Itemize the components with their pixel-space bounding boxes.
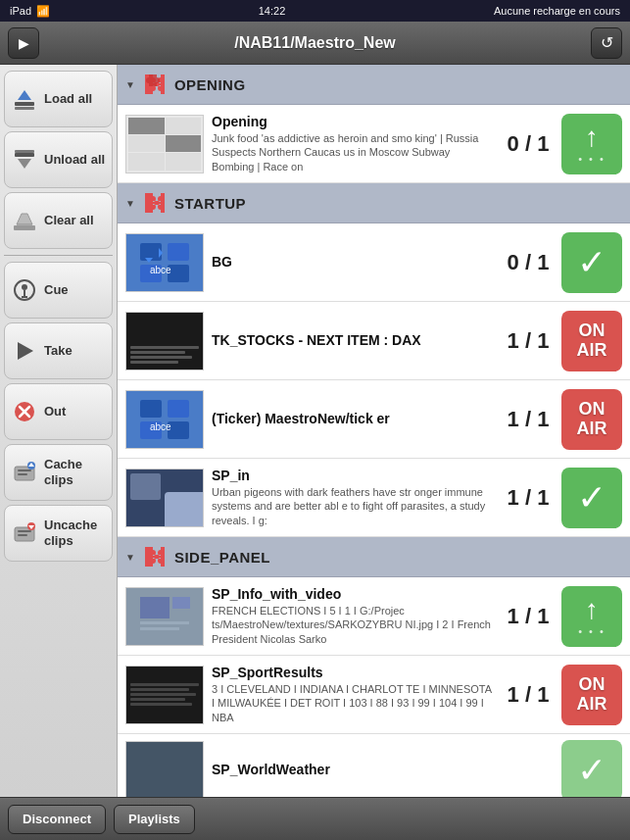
clip-info-sp-sport: SP_SportResults 3 I CLEVELAND I INDIANA … — [212, 665, 495, 724]
cache-clips-icon — [11, 459, 38, 486]
clip-status-tk-stocks[interactable]: ONAIR — [561, 311, 622, 371]
check-icon-bg: ✓ — [577, 242, 606, 283]
clear-all-icon — [11, 207, 38, 234]
clip-status-sp-in[interactable]: ✓ — [561, 468, 622, 528]
play-icon: ▶ — [19, 35, 29, 51]
upload-arrow-sp-info: ↑ — [585, 596, 599, 623]
dark-lines-thumb — [130, 346, 199, 366]
sidebar-divider-1 — [4, 255, 113, 256]
clip-status-opening[interactable]: ↑ • • • — [561, 114, 622, 174]
clip-status-sp-info[interactable]: ↑ • • • — [561, 586, 622, 647]
section-side-panel-arrow: ▼ — [125, 552, 135, 563]
svg-marker-5 — [18, 159, 31, 169]
section-side-panel[interactable]: ▼ SIDE_PANEL — [118, 537, 630, 577]
clip-desc-sp-sport: 3 I CLEVELAND I INDIANA I CHARLOT TE I M… — [212, 682, 495, 724]
clip-name-opening: Opening — [212, 114, 495, 129]
clip-thumb-opening — [125, 115, 204, 173]
take-label: Take — [44, 343, 73, 359]
clip-status-sp-weather[interactable]: ✓ — [561, 740, 622, 797]
uncache-clips-label: Uncache clips — [44, 518, 106, 548]
svg-text:abce: abce — [150, 421, 171, 432]
svg-marker-2 — [18, 90, 31, 100]
section-startup-title: STARTUP — [174, 195, 246, 212]
cache-clips-button[interactable]: Cache clips — [4, 444, 113, 501]
on-air-label-ticker: ONAIR — [577, 400, 607, 439]
svg-rect-34 — [140, 400, 162, 418]
svg-rect-18 — [18, 469, 31, 471]
clip-desc-sp-info: FRENCH ELECTIONS I 5 I 1 I G:/Projec ts/… — [212, 604, 495, 646]
clip-count-sp-sport: 1 / 1 — [503, 682, 554, 708]
uncache-clips-button[interactable]: Uncache clips — [4, 505, 113, 562]
svg-marker-7 — [17, 214, 32, 224]
section-opening-title: OPENING — [174, 76, 246, 93]
clip-info-opening: Opening Junk food 'as addictive as heroi… — [212, 114, 495, 173]
play-button[interactable]: ▶ — [8, 27, 39, 59]
clip-count-ticker: 1 / 1 — [503, 407, 554, 432]
svg-rect-23 — [18, 530, 31, 532]
refresh-icon: ↺ — [601, 33, 613, 52]
clip-row-sp-info: SP_Info_with_video FRENCH ELECTIONS I 5 … — [118, 577, 630, 656]
clip-info-sp-in: SP_in Urban pigeons with dark feathers h… — [212, 468, 495, 527]
clip-name-ticker: (Ticker) MaestroNew/tick er — [212, 411, 495, 426]
load-all-label: Load all — [44, 91, 92, 107]
disconnect-button[interactable]: Disconnect — [8, 805, 106, 834]
out-icon — [11, 398, 38, 425]
clip-count-sp-info: 1 / 1 — [503, 604, 554, 629]
cue-button[interactable]: Cue — [4, 262, 113, 319]
section-startup-arrow: ▼ — [125, 198, 135, 209]
clip-thumb-tk-stocks — [125, 312, 204, 371]
svg-rect-28 — [168, 243, 189, 261]
take-button[interactable]: Take — [4, 322, 113, 379]
svg-rect-0 — [15, 102, 34, 106]
device-label: iPad — [10, 5, 31, 17]
unload-all-icon — [11, 146, 38, 173]
puzzle-thumb-icon: abce — [135, 238, 194, 287]
wifi-icon: 📶 — [36, 5, 50, 18]
svg-rect-24 — [18, 534, 27, 536]
section-opening[interactable]: ▼ OPENING — [118, 65, 630, 105]
clip-count-bg: 0 / 1 — [503, 250, 554, 275]
clip-row-sp-sport: SP_SportResults 3 I CLEVELAND I INDIANA … — [118, 656, 630, 734]
clip-status-ticker[interactable]: ONAIR — [561, 389, 622, 450]
clear-all-label: Clear all — [44, 213, 94, 228]
svg-rect-1 — [15, 107, 34, 110]
refresh-button[interactable]: ↺ — [591, 27, 622, 59]
section-side-panel-icon — [141, 543, 169, 570]
playlists-button[interactable]: Playlists — [114, 805, 195, 834]
unload-all-button[interactable]: Unload all — [4, 131, 113, 188]
svg-marker-13 — [18, 342, 33, 360]
clip-row-tk-stocks: TK_STOCKS - NEXT ITEM : DAX 1 / 1 ONAIR — [118, 302, 630, 380]
clip-name-sp-in: SP_in — [212, 468, 495, 483]
sidebar: Load all Unload all Clear all — [0, 65, 118, 797]
clip-count-opening: 0 / 1 — [503, 131, 554, 157]
check-icon-sp-in: ✓ — [577, 477, 606, 519]
on-air-label-sp-sport: ONAIR — [577, 675, 607, 715]
puzzle-thumb-ticker-icon: abce — [135, 395, 194, 444]
section-startup[interactable]: ▼ STARTUP — [118, 183, 630, 223]
clip-info-sp-info: SP_Info_with_video FRENCH ELECTIONS I 5 … — [212, 586, 495, 646]
svg-rect-41 — [172, 597, 190, 609]
sp-info-thumb-icon — [135, 592, 194, 641]
svg-rect-35 — [168, 400, 189, 418]
load-all-button[interactable]: Load all — [4, 71, 113, 127]
header-bar: ▶ /NAB11/Maestro_New ↺ — [0, 22, 630, 65]
clip-status-sp-sport[interactable]: ONAIR — [561, 665, 622, 725]
clear-all-button[interactable]: Clear all — [4, 192, 113, 249]
load-all-icon — [11, 85, 38, 113]
clip-name-bg: BG — [212, 254, 495, 270]
clip-name-sp-sport: SP_SportResults — [212, 665, 495, 680]
clip-thumb-ticker: abce — [125, 390, 204, 449]
status-right: Aucune recharge en cours — [494, 5, 620, 17]
clip-desc-opening: Junk food 'as addictive as heroin and sm… — [212, 131, 495, 173]
clip-status-bg[interactable]: ✓ — [561, 232, 622, 293]
upload-dots: • • • — [578, 153, 606, 165]
out-button[interactable]: Out — [4, 383, 113, 440]
svg-rect-6 — [14, 225, 35, 230]
section-opening-arrow: ▼ — [125, 79, 135, 90]
clip-info-bg: BG — [212, 254, 495, 272]
svg-text:abce: abce — [150, 265, 171, 275]
clip-info-sp-weather: SP_WorldWeather — [212, 762, 495, 779]
clip-name-tk-stocks: TK_STOCKS - NEXT ITEM : DAX — [212, 332, 495, 348]
take-icon — [11, 337, 38, 365]
main-layout: Load all Unload all Clear all — [0, 65, 630, 797]
